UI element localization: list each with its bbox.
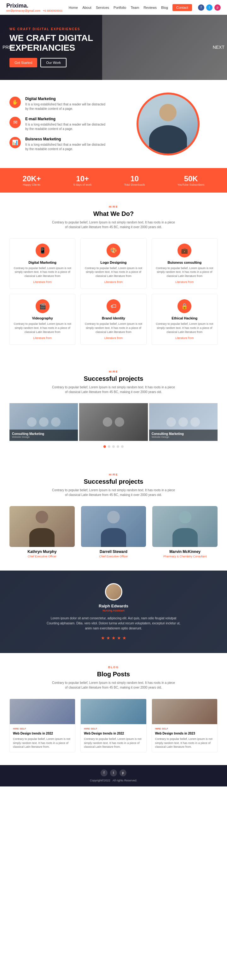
- project-dot-2[interactable]: [112, 445, 115, 448]
- card-link[interactable]: Literature from: [104, 336, 123, 340]
- project-people-1: [79, 403, 147, 441]
- team-role-0: Chief Executive Officer: [10, 555, 75, 558]
- footer-text: Copyright©2022 All rights Reserved.: [5, 779, 222, 782]
- card-title: Buisness consulting: [168, 261, 202, 264]
- nav-team[interactable]: Team: [131, 6, 139, 10]
- team-role-1: Chief Executive Officer: [81, 555, 146, 558]
- footer-facebook-icon[interactable]: f: [101, 770, 107, 776]
- services-list: ✋ Digital Marketing It is a long establi…: [10, 97, 109, 151]
- sil-body: [101, 528, 126, 547]
- project-card-2[interactable]: Consulting Marketing Website Design: [149, 403, 217, 441]
- service-item: ✉ E-mail Marketing It is a long establis…: [10, 117, 109, 131]
- project-dot-3[interactable]: [117, 445, 119, 448]
- team-photo-murphy: [10, 506, 75, 547]
- brand-identity-card-icon: 🏷: [107, 299, 120, 313]
- footer-pinterest-icon[interactable]: p: [120, 770, 126, 776]
- service-desc: It is a long established fact that a rea…: [25, 143, 109, 151]
- card-link[interactable]: Literature from: [33, 336, 52, 340]
- contact-email: em@primacey@gmail.com: [6, 9, 40, 12]
- what-we-do-desc: Contrary to popular belief, Lorem Ipsum …: [50, 220, 177, 229]
- projects-section-1: HIRE Successful projects Contrary to pop…: [0, 358, 227, 460]
- team-name-0: Kathryn Murphy: [10, 549, 75, 554]
- project-card-0[interactable]: Consulting Marketing Website Design: [10, 403, 78, 441]
- stat-label: Happy Clients: [23, 183, 41, 186]
- service-card-brand-identity: 🏷 Brand Identity Contrary to popular bel…: [80, 294, 146, 345]
- service-title: Digital Marketing: [25, 97, 109, 101]
- person-head: [159, 104, 177, 121]
- nav-reviews[interactable]: Reviews: [144, 6, 157, 10]
- hero-content: WE CRAFT DIGITAL EXPERIENCES WE CRAFT DI…: [10, 27, 110, 67]
- project-dot-0[interactable]: [104, 445, 106, 448]
- our-work-button[interactable]: Our Work: [40, 58, 67, 67]
- project-dot-4[interactable]: [121, 445, 123, 448]
- project-image-1: [79, 403, 147, 441]
- team-tag: HIRE: [10, 473, 217, 476]
- nav-about[interactable]: About: [82, 6, 91, 10]
- hero-background-image: [102, 15, 227, 80]
- project-figure: [166, 417, 176, 427]
- team-card-murphy: Kathryn Murphy Chief Executive Officer: [10, 506, 75, 558]
- card-title: Ethical Hacking: [171, 316, 197, 320]
- blog-card-2[interactable]: HIRE SELF Web Design trends in 2023 Cont…: [152, 698, 217, 752]
- project-dot-1[interactable]: [108, 445, 110, 448]
- project-card-1[interactable]: [79, 403, 147, 441]
- digital-marketing-icon: ✋: [10, 97, 21, 108]
- navbar: Prixima. em@primacey@gmail.com +6 680000…: [0, 0, 227, 15]
- blog-content-1: HIRE SELF Web Design trends in 2022 Cont…: [81, 724, 146, 752]
- team-person-circle: [136, 92, 200, 156]
- hero-buttons: Get Started Our Work: [10, 58, 110, 67]
- hero-next-arrow[interactable]: NEXT: [213, 45, 224, 50]
- nav-services[interactable]: Services: [96, 6, 109, 10]
- card-link[interactable]: Literature from: [104, 280, 123, 283]
- stat-label: Total Downloads: [124, 183, 145, 186]
- blog-grid: HIRE SELF Web Design trends in 2022 Cont…: [10, 698, 217, 752]
- team-section: HIRE Successful projects Contrary to pop…: [0, 460, 227, 571]
- service-card-business-consulting: 💼 Buisness consulting Contrary to popula…: [152, 238, 217, 289]
- contact-phone: +6 6800000001: [43, 9, 63, 12]
- navbar-nav: Home About Services Portfolio Team Revie…: [69, 4, 192, 11]
- nav-home[interactable]: Home: [69, 6, 78, 10]
- blog-content-2: HIRE SELF Web Design trends in 2023 Cont…: [152, 724, 217, 752]
- blog-card-1[interactable]: HIRE SELF Web Design trends in 2022 Cont…: [80, 698, 146, 752]
- blog-section: BLOG Blog Posts Contrary to popular beli…: [0, 653, 227, 765]
- card-desc: Contrary to popular belief, Lorem ipsum …: [156, 266, 213, 278]
- nav-portfolio[interactable]: Portfolio: [114, 6, 126, 10]
- footer-rights: All rights Reserved.: [113, 779, 137, 782]
- card-link[interactable]: Literature from: [175, 336, 194, 340]
- get-started-button[interactable]: Get Started: [10, 58, 37, 67]
- service-desc: It is a long established fact that a rea…: [25, 102, 109, 111]
- blog-post-desc-0: Contrary to popular belief, Lorem ipsum …: [13, 737, 72, 749]
- blog-tag: BLOG: [10, 666, 217, 669]
- pinterest-icon[interactable]: p: [214, 5, 221, 11]
- facebook-icon[interactable]: f: [198, 5, 204, 11]
- footer-twitter-icon[interactable]: t: [110, 770, 117, 776]
- projects-desc: Contrary to popular belief, Lorem Ipsum …: [50, 385, 177, 395]
- blog-post-tag-0: HIRE SELF: [13, 727, 72, 730]
- business-consulting-card-icon: 💼: [177, 243, 191, 258]
- person-silhouette-1: [81, 506, 146, 547]
- blog-image-0: [10, 699, 75, 724]
- blog-post-tag-1: HIRE SELF: [84, 727, 143, 730]
- stat-downloads: 10 Total Downloads: [124, 174, 145, 186]
- blog-title: Blog Posts: [10, 671, 217, 678]
- blog-card-0[interactable]: HIRE SELF Web Design trends in 2022 Cont…: [10, 698, 75, 752]
- projects-grid: Consulting Marketing Website Design: [10, 403, 217, 441]
- project-subtitle-2: Website Design: [152, 436, 215, 438]
- card-title: Brand Identity: [102, 316, 125, 320]
- service-text: E-mail Marketing It is a long establishe…: [25, 117, 109, 131]
- stat-label: 5 days of work: [74, 183, 92, 186]
- card-link[interactable]: Literature from: [175, 280, 194, 283]
- stat-happy-clients: 20K+ Happy Clients: [23, 174, 41, 186]
- stat-number: 10: [124, 174, 145, 183]
- service-title: Buisness Marketing: [25, 137, 109, 141]
- service-card-logo-designing: 🎨 Logo Designing Contrary to popular bel…: [80, 238, 146, 289]
- project-figure: [115, 417, 124, 427]
- hero-prev-arrow[interactable]: PREV: [3, 45, 14, 50]
- nav-blog[interactable]: Blog: [161, 6, 168, 10]
- blog-desc: Contrary to popular belief, Lorem Ipsum …: [50, 680, 177, 690]
- card-link[interactable]: Literature from: [33, 280, 52, 283]
- contact-button[interactable]: Contact: [173, 4, 192, 11]
- stats-bar: 20K+ Happy Clients 10+ 5 days of work 10…: [0, 168, 227, 192]
- digital-marketing-card-icon: 📱: [36, 243, 50, 258]
- twitter-icon[interactable]: t: [206, 5, 213, 11]
